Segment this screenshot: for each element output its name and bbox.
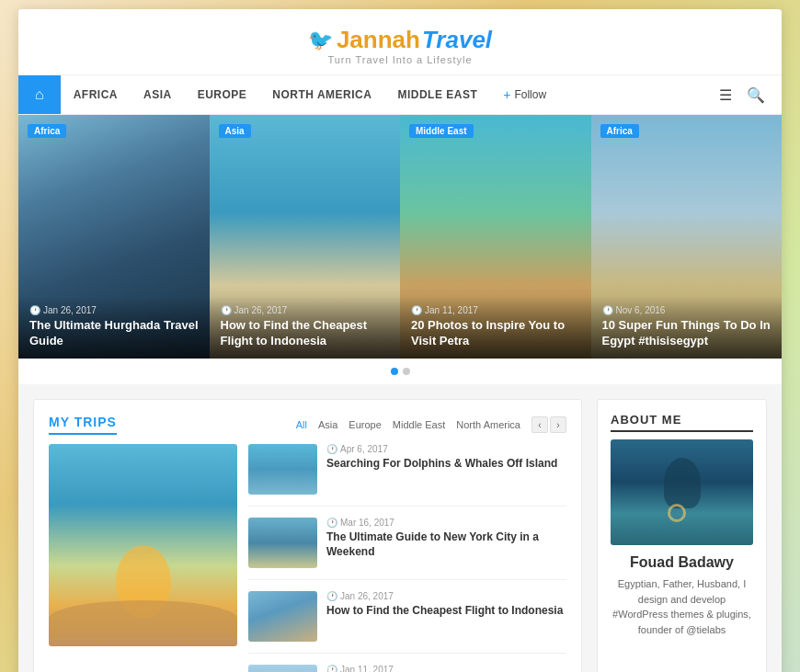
slider-dots [18,359,782,384]
page-wrapper: 🐦 Jannah Travel Turn Travel Into a Lifes… [18,9,782,672]
hero-date-2: 🕐 Jan 26, 2017 [221,305,390,315]
logo-tagline: Turn Travel Into a Lifestyle [327,54,472,65]
trip-title-1: Searching For Dolphins & Whales Off Isla… [326,457,566,472]
trip-thumb-3 [248,591,317,642]
about-photo [611,439,753,545]
clock-icon-t4: 🕐 [326,665,337,672]
hero-slider: Africa 🕐 Jan 26, 2017 The Ultimate Hurgh… [18,115,782,359]
search-button[interactable]: 🔍 [743,83,769,108]
filter-prev-button[interactable]: ‹ [531,416,548,433]
trip-date-2: 🕐 Mar 16, 2017 [326,518,566,528]
featured-image [49,444,237,646]
hero-title-3: 20 Photos to Inspire You to Visit Petra [411,318,580,349]
filter-north-america[interactable]: North America [452,417,524,432]
trip-thumb-4 [248,665,317,672]
hero-title-1: The Ultimate Hurghada Travel Guide [29,318,199,349]
trip-info-3: 🕐 Jan 26, 2017 How to Find the Cheapest … [326,591,566,642]
filter-europe[interactable]: Europe [345,417,384,432]
site-header: 🐦 Jannah Travel Turn Travel Into a Lifes… [18,9,782,74]
hero-slide-2[interactable]: Asia 🕐 Jan 26, 2017 How to Find the Chea… [210,115,401,359]
nav-item-africa[interactable]: AFRICA [61,77,131,112]
trip-date-4: 🕐 Jan 11, 2017 [326,665,566,672]
logo-jannah: Jannah [337,26,420,54]
clock-icon-t2: 🕐 [326,518,337,528]
hero-category-4: Africa [600,124,639,138]
trips-featured[interactable] [49,444,237,672]
trip-info-1: 🕐 Apr 6, 2017 Searching For Dolphins & W… [326,444,566,495]
nav-item-europe[interactable]: EUROPE [185,77,260,112]
hero-date-3: 🕐 Jan 11, 2017 [411,305,580,315]
trips-list: 🕐 Apr 6, 2017 Searching For Dolphins & W… [248,444,566,672]
hero-category-1: Africa [28,124,66,138]
trip-item-3[interactable]: 🕐 Jan 26, 2017 How to Find the Cheapest … [248,591,566,654]
plus-icon: + [503,87,510,102]
hero-date-4: 🕐 Nov 6, 2016 [602,305,771,315]
trip-item-2[interactable]: 🕐 Mar 16, 2017 The Ultimate Guide to New… [248,518,566,580]
trip-item-4[interactable]: 🕐 Jan 11, 2017 20 Photos to Inspire You … [248,665,566,672]
nav-icons: ☰ 🔍 [715,83,782,108]
about-name: Fouad Badawy [611,554,753,571]
clock-icon-1: 🕐 [29,305,40,315]
hero-title-4: 10 Super Fun Things To Do In Egypt #this… [602,318,771,349]
my-trips-title: MY TRIPS [49,415,117,435]
slider-dot-2[interactable] [403,368,410,375]
trip-date-1: 🕐 Apr 6, 2017 [326,444,566,454]
about-bio: Egyptian, Father, Husband, I design and … [611,576,753,637]
trip-thumb-2 [248,518,317,568]
nav-item-middle-east[interactable]: MIDDLE EAST [384,77,490,112]
trips-layout: 🕐 Apr 6, 2017 Searching For Dolphins & W… [49,444,566,672]
hero-slide-3[interactable]: Middle East 🕐 Jan 11, 2017 20 Photos to … [400,115,591,359]
my-trips-section: MY TRIPS All Asia Europe Middle East Nor… [33,399,582,672]
section-header: MY TRIPS All Asia Europe Middle East Nor… [49,415,566,435]
hero-date-1: 🕐 Jan 26, 2017 [29,305,199,315]
trip-item-1[interactable]: 🕐 Apr 6, 2017 Searching For Dolphins & W… [248,444,566,507]
slider-dot-1[interactable] [391,368,398,375]
trip-filters: All Asia Europe Middle East North Americ… [292,416,566,433]
about-section: ABOUT ME Fouad Badawy Egyptian, Father, … [597,399,767,672]
filter-middle-east[interactable]: Middle East [389,417,449,432]
hero-slide-4[interactable]: Africa 🕐 Nov 6, 2016 10 Super Fun Things… [591,115,783,359]
hero-overlay-1: 🕐 Jan 26, 2017 The Ultimate Hurghada Tra… [18,296,210,359]
trip-date-3: 🕐 Jan 26, 2017 [326,591,566,601]
hero-title-2: How to Find the Cheapest Flight to Indon… [221,318,390,349]
main-nav: ⌂ AFRICA ASIA EUROPE NORTH AMERICA MIDDL… [18,74,782,115]
trip-title-3: How to Find the Cheapest Flight to Indon… [326,604,566,619]
logo[interactable]: 🐦 Jannah Travel Turn Travel Into a Lifes… [308,26,492,65]
hero-overlay-4: 🕐 Nov 6, 2016 10 Super Fun Things To Do … [591,296,783,359]
trip-thumb-1 [248,444,317,495]
filter-asia[interactable]: Asia [314,417,341,432]
hero-slide-1[interactable]: Africa 🕐 Jan 26, 2017 The Ultimate Hurgh… [18,115,210,359]
clock-icon-4: 🕐 [602,305,613,315]
nav-home-button[interactable]: ⌂ [18,75,61,114]
filter-all[interactable]: All [292,417,311,432]
about-title: ABOUT ME [611,413,753,432]
nav-follow-button[interactable]: + Follow [490,76,559,113]
logo-bird-icon: 🐦 [308,28,333,52]
trip-title-2: The Ultimate Guide to New York City in a… [326,530,566,559]
nav-item-north-america[interactable]: NORTH AMERICA [259,77,384,112]
hamburger-button[interactable]: ☰ [715,83,736,108]
logo-travel: Travel [422,26,492,54]
hero-overlay-2: 🕐 Jan 26, 2017 How to Find the Cheapest … [210,296,401,359]
clock-icon-t3: 🕐 [326,591,337,601]
trip-info-4: 🕐 Jan 11, 2017 20 Photos to Inspire You … [326,665,566,672]
follow-label: Follow [514,88,546,101]
home-icon: ⌂ [35,86,44,103]
clock-icon-2: 🕐 [221,305,232,315]
filter-nav: ‹ › [531,416,566,433]
hero-category-2: Asia [219,124,251,138]
hero-category-3: Middle East [409,124,474,138]
filter-next-button[interactable]: › [550,416,566,433]
clock-icon-3: 🕐 [411,305,422,315]
nav-item-asia[interactable]: ASIA [131,77,185,112]
main-content: MY TRIPS All Asia Europe Middle East Nor… [18,384,782,672]
hero-overlay-3: 🕐 Jan 11, 2017 20 Photos to Inspire You … [400,296,591,359]
clock-icon-t1: 🕐 [326,444,337,454]
trip-info-2: 🕐 Mar 16, 2017 The Ultimate Guide to New… [326,518,566,568]
